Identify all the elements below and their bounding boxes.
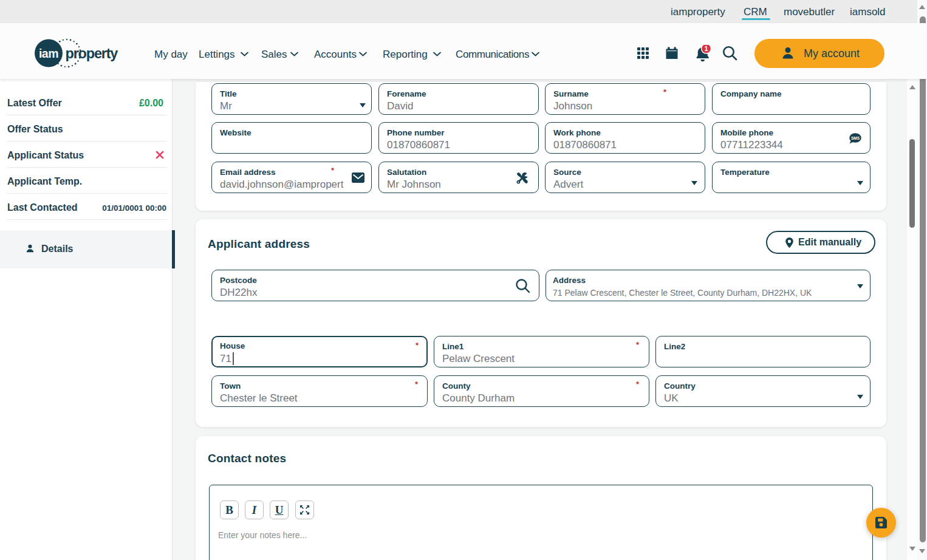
svg-text:1: 1 [704, 45, 708, 52]
svg-text:property: property [66, 46, 118, 61]
svg-text:iam: iam [39, 47, 58, 60]
svg-text:SMS: SMS [851, 136, 860, 140]
